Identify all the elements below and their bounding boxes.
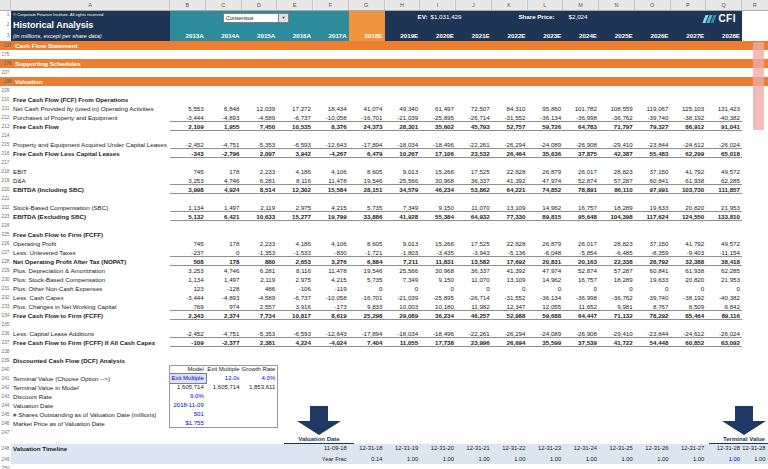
- cell[interactable]: 28,823: [599, 167, 635, 176]
- row-number[interactable]: 237: [0, 338, 11, 347]
- cell[interactable]: -26,294: [492, 329, 528, 337]
- cell[interactable]: 41,722: [599, 338, 635, 346]
- cell[interactable]: 12,302: [277, 185, 313, 193]
- cell[interactable]: 3,253: [170, 266, 206, 275]
- cell[interactable]: 62,285: [706, 176, 742, 184]
- cell[interactable]: -12,643: [313, 140, 349, 148]
- cell[interactable]: -10,058: [313, 113, 349, 121]
- cell[interactable]: 12-31-28: [706, 444, 742, 455]
- row-label[interactable]: Plus: Changes in Net Working Capital: [11, 302, 170, 311]
- cell[interactable]: 63,092: [706, 338, 742, 346]
- cell[interactable]: 0: [206, 248, 242, 256]
- cell[interactable]: 1,497: [206, 275, 242, 284]
- cell[interactable]: 10,535: [277, 122, 313, 130]
- cell[interactable]: 104,398: [599, 212, 635, 220]
- column-header-P[interactable]: P: [671, 0, 707, 10]
- cell[interactable]: 23,996: [456, 338, 492, 346]
- cell[interactable]: -39,740: [635, 293, 671, 302]
- cell[interactable]: 178: [206, 239, 242, 248]
- row-label[interactable]: Less: Cash Capex: [11, 293, 170, 302]
- row-label[interactable]: Less: Capital Lease Additions: [11, 329, 170, 338]
- row-label[interactable]: Free Cash Flow Less Capital Leases: [11, 149, 170, 158]
- cell[interactable]: 41,792: [671, 239, 707, 248]
- cell[interactable]: -26,714: [456, 113, 492, 121]
- row-number[interactable]: 240: [0, 365, 11, 374]
- cell[interactable]: 178: [206, 257, 242, 265]
- cell[interactable]: -29,410: [599, 329, 635, 337]
- row-number[interactable]: 1: [0, 11, 10, 19]
- cell[interactable]: 86,110: [599, 185, 635, 193]
- row-label[interactable]: [11, 50, 170, 59]
- cell[interactable]: 5,553: [170, 104, 206, 113]
- row-number[interactable]: 207: [0, 68, 11, 77]
- cell[interactable]: -18,496: [420, 140, 456, 148]
- cell[interactable]: 0: [385, 284, 421, 293]
- row-number[interactable]: 235: [0, 320, 11, 329]
- cell[interactable]: Growth Rate: [242, 365, 278, 374]
- cell[interactable]: -3,435: [420, 248, 456, 256]
- cell[interactable]: 17,525: [456, 167, 492, 176]
- column-header-A[interactable]: A: [11, 0, 170, 10]
- cell[interactable]: 17,272: [277, 104, 313, 113]
- cell[interactable]: 4,186: [277, 239, 313, 248]
- cell[interactable]: -4,893: [206, 293, 242, 302]
- row-number[interactable]: 176: [2, 59, 13, 68]
- cell[interactable]: 28,151: [349, 185, 385, 193]
- cell[interactable]: 12,039: [242, 104, 278, 113]
- row-number[interactable]: 215: [0, 140, 11, 149]
- cell[interactable]: 0: [706, 284, 742, 293]
- cell[interactable]: 14,962: [528, 275, 564, 284]
- year-header[interactable]: 2022E: [492, 31, 528, 41]
- cell[interactable]: -40,382: [706, 113, 742, 121]
- row-label[interactable]: [11, 131, 170, 140]
- cell[interactable]: 57,287: [599, 266, 635, 275]
- row-label[interactable]: Plus: Depreciation & Amortization: [11, 266, 170, 275]
- cell[interactable]: 8,116: [277, 176, 313, 184]
- section-band[interactable]: Cash Flow Statement: [13, 41, 768, 50]
- cell[interactable]: 11,982: [456, 302, 492, 310]
- cell[interactable]: -6,485: [599, 248, 635, 256]
- cell[interactable]: 19,546: [349, 266, 385, 275]
- cell[interactable]: 64,783: [563, 122, 599, 130]
- cell[interactable]: -26,024: [706, 140, 742, 148]
- cell[interactable]: 47,974: [528, 176, 564, 184]
- cell[interactable]: 79,327: [635, 122, 671, 130]
- year-header[interactable]: 2017A: [313, 31, 349, 41]
- row-number[interactable]: 221: [0, 194, 11, 203]
- row-number[interactable]: 175: [0, 50, 11, 59]
- cell[interactable]: 37,150: [635, 167, 671, 176]
- row-number[interactable]: 224: [0, 221, 11, 230]
- row-label[interactable]: [11, 86, 170, 95]
- cell[interactable]: -4,751: [206, 329, 242, 337]
- cell[interactable]: -36,134: [528, 293, 564, 302]
- cell[interactable]: 1.00: [528, 455, 564, 464]
- cell[interactable]: -24,089: [528, 329, 564, 337]
- cell[interactable]: -1,721: [349, 248, 385, 256]
- column-header-M[interactable]: M: [563, 0, 599, 10]
- cell[interactable]: -38,192: [671, 113, 707, 121]
- cell[interactable]: 9,013: [385, 239, 421, 248]
- cell[interactable]: 34,579: [385, 185, 421, 193]
- cell[interactable]: 19,633: [635, 275, 671, 284]
- cell[interactable]: 62,299: [671, 149, 707, 157]
- cell[interactable]: 11,478: [313, 176, 349, 184]
- year-header[interactable]: 2016A: [277, 31, 313, 41]
- row-label[interactable]: Terminal Value (Choose Option -->): [11, 374, 170, 383]
- cell[interactable]: 2,233: [242, 167, 278, 176]
- cell[interactable]: -5,136: [492, 248, 528, 256]
- cell[interactable]: 25,298: [349, 311, 385, 319]
- cell[interactable]: 974: [206, 302, 242, 310]
- row-label[interactable]: Plus: Other Non-Cash Expenses: [11, 284, 170, 293]
- cell[interactable]: 77,330: [492, 212, 528, 220]
- cell[interactable]: 0: [456, 284, 492, 293]
- cell[interactable]: 745: [170, 239, 206, 248]
- cell[interactable]: 4,746: [206, 266, 242, 275]
- cell[interactable]: 2,374: [206, 311, 242, 319]
- cell[interactable]: 7,349: [385, 275, 421, 284]
- cell[interactable]: 59,726: [528, 122, 564, 130]
- cell[interactable]: -24,612: [671, 140, 707, 148]
- cell[interactable]: -8,359: [635, 248, 671, 256]
- cell[interactable]: -26,908: [563, 329, 599, 337]
- cell[interactable]: 5,735: [349, 275, 385, 284]
- cell[interactable]: 16,757: [563, 275, 599, 284]
